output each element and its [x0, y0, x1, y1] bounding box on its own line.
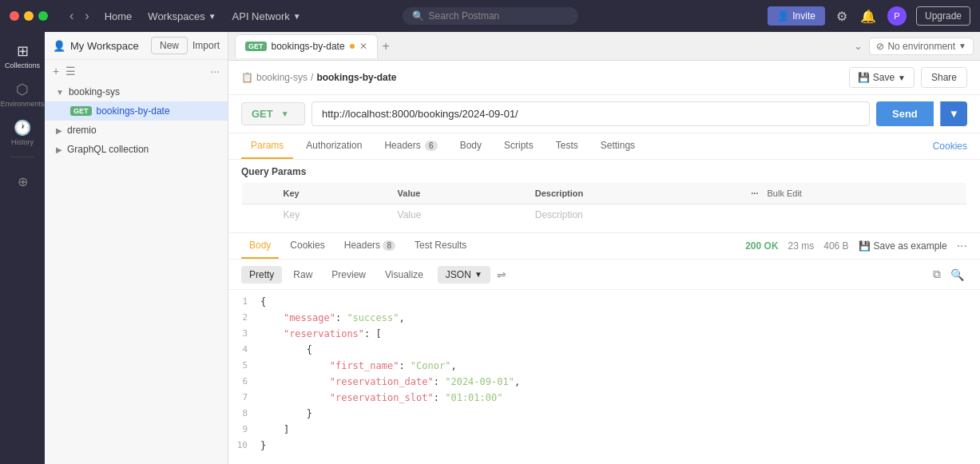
main-content: GET bookings-by-date ✕ + ⌄ ⊘ No environm…: [228, 32, 980, 464]
format-preview-button[interactable]: Preview: [323, 266, 374, 284]
sidebar-item-environments[interactable]: ⬡ Environments: [5, 77, 40, 112]
upgrade-button[interactable]: Upgrade: [916, 6, 970, 26]
resp-tab-body[interactable]: Body: [241, 233, 279, 259]
avatar[interactable]: P: [887, 6, 907, 26]
request-header: 📋 booking-sys / bookings-by-date 💾 Save …: [228, 61, 980, 95]
workspace-icon: 👤: [53, 40, 65, 52]
code-line-8: 8 }: [228, 408, 980, 424]
tab-scripts[interactable]: Scripts: [494, 133, 543, 159]
tab-bar: GET bookings-by-date ✕ + ⌄ ⊘ No environm…: [228, 32, 980, 61]
api-network-nav-item[interactable]: API Network ▼: [232, 10, 301, 22]
method-selector[interactable]: GET ▼: [241, 102, 305, 125]
no-environment-icon: ⊘: [876, 41, 884, 52]
query-params-section: Query Params Key Value Description ··· B…: [228, 160, 980, 232]
status-code: 200 OK: [745, 240, 778, 252]
save-button[interactable]: 💾 Save ▼: [849, 67, 915, 88]
add-collection-button[interactable]: +: [53, 65, 59, 77]
format-bar-right: ⧉ 🔍: [930, 264, 967, 284]
tab-params[interactable]: Params: [241, 133, 293, 159]
sidebar-item-collections[interactable]: ⊞ Collections: [5, 38, 40, 73]
response-time: 23 ms: [788, 240, 815, 252]
filter-response-button[interactable]: ⇌: [494, 265, 510, 284]
save-icon: 💾: [858, 72, 870, 83]
sidebar-item-history[interactable]: 🕐 History: [5, 115, 40, 150]
key-placeholder[interactable]: Key: [274, 204, 388, 226]
forward-button[interactable]: ›: [82, 9, 91, 23]
get-method-badge: GET: [70, 106, 92, 116]
tab-bookings-by-date[interactable]: GET bookings-by-date ✕: [235, 34, 378, 58]
sidebar-divider: [10, 157, 34, 157]
tab-tests[interactable]: Tests: [546, 133, 588, 159]
tab-settings[interactable]: Settings: [591, 133, 645, 159]
notifications-icon-button[interactable]: 🔔: [859, 7, 878, 26]
app-body: ⊞ Collections ⬡ Environments 🕐 History ⊕…: [0, 32, 980, 464]
chevron-right-icon: ▶: [56, 126, 62, 135]
traffic-lights: [10, 11, 48, 21]
response-status: 200 OK 23 ms 406 B 💾 Save as example ···: [745, 239, 967, 253]
collection-dremio[interactable]: ▶ dremio: [45, 121, 228, 140]
nav-arrows: ‹ ›: [67, 9, 92, 23]
request-name: bookings-by-date: [97, 105, 170, 117]
code-line-3: 3 "reservations": [: [228, 328, 980, 344]
format-raw-button[interactable]: Raw: [285, 266, 320, 284]
params-table: Key Value Description ··· Bulk Edit Key …: [241, 182, 967, 226]
collection-graphql[interactable]: ▶ GraphQL collection: [45, 140, 228, 159]
format-visualize-button[interactable]: Visualize: [377, 266, 431, 284]
headers-count-badge: 6: [425, 141, 438, 151]
tab-close-button[interactable]: ✕: [359, 41, 367, 52]
search-placeholder: Search Postman: [429, 10, 500, 22]
filter-collections-button[interactable]: ☰: [65, 65, 76, 77]
close-window-btn[interactable]: [10, 11, 19, 21]
send-button[interactable]: Send: [876, 101, 934, 126]
workspace-label: My Workspace: [70, 40, 139, 52]
breadcrumb-separator: /: [311, 72, 313, 83]
workspaces-nav-item[interactable]: Workspaces ▼: [148, 10, 216, 22]
send-dropdown-button[interactable]: ▼: [940, 101, 967, 126]
chevron-down-icon: ▼: [958, 42, 966, 50]
search-icon: 🔍: [412, 10, 424, 22]
bulk-edit-button[interactable]: Bulk Edit: [768, 188, 802, 198]
minimize-window-btn[interactable]: [24, 11, 34, 21]
description-placeholder[interactable]: Description: [526, 204, 742, 226]
copy-response-button[interactable]: ⧉: [930, 264, 944, 284]
more-options-button[interactable]: ···: [210, 65, 220, 77]
chevron-down-icon: ▼: [56, 88, 64, 97]
environments-icon: ⬡: [16, 81, 29, 98]
maximize-window-btn[interactable]: [38, 11, 48, 21]
response-size: 406 B: [823, 240, 848, 252]
save-example-button[interactable]: 💾 Save as example: [859, 240, 947, 252]
tab-authorization[interactable]: Authorization: [296, 133, 371, 159]
cookies-link[interactable]: Cookies: [933, 141, 967, 152]
invite-button[interactable]: 👤 Invite: [768, 6, 825, 26]
settings-icon-button[interactable]: ⚙: [835, 7, 849, 26]
resp-tab-test-results[interactable]: Test Results: [407, 233, 474, 259]
new-button[interactable]: New: [151, 37, 188, 54]
tab-body[interactable]: Body: [450, 133, 491, 159]
environment-selector[interactable]: ⊘ No environment ▼: [869, 38, 974, 55]
share-button[interactable]: Share: [921, 67, 967, 88]
search-response-button[interactable]: 🔍: [947, 264, 967, 284]
back-button[interactable]: ‹: [67, 9, 76, 23]
search-bar[interactable]: 🔍 Search Postman: [403, 7, 578, 25]
resp-tab-cookies[interactable]: Cookies: [282, 233, 332, 259]
collections-label: Collections: [5, 61, 40, 69]
query-params-title: Query Params: [241, 166, 967, 177]
collection-booking-sys[interactable]: ▼ booking-sys: [45, 82, 228, 101]
value-placeholder[interactable]: Value: [388, 204, 526, 226]
home-nav-item[interactable]: Home: [105, 10, 133, 22]
import-button[interactable]: Import: [192, 37, 220, 54]
tab-headers[interactable]: Headers 6: [375, 133, 446, 159]
response-more-button[interactable]: ···: [957, 239, 967, 253]
tab-overflow-button[interactable]: ⌄: [854, 40, 863, 52]
sidebar-item-mock[interactable]: ⊕: [5, 164, 40, 199]
code-line-7: 7 "reservation_slot": "01:01:00": [228, 392, 980, 408]
code-line-6: 6 "reservation_date": "2024-09-01",: [228, 376, 980, 392]
resp-tab-headers[interactable]: Headers 8: [336, 233, 403, 259]
url-input[interactable]: [311, 101, 870, 126]
add-tab-button[interactable]: +: [383, 39, 390, 54]
json-format-selector[interactable]: JSON ▼: [438, 266, 490, 284]
format-pretty-button[interactable]: Pretty: [241, 266, 282, 284]
collections-icon: ⊞: [17, 42, 29, 60]
collections-toolbar: + ☰ ···: [45, 60, 228, 82]
request-bookings-by-date[interactable]: GET bookings-by-date: [45, 101, 228, 121]
